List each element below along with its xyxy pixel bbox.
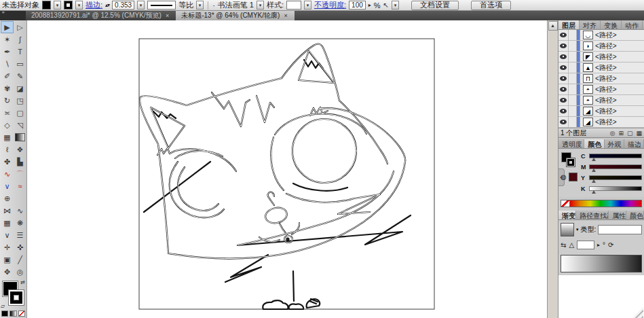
slider-bar[interactable] [589,154,642,158]
panel-tab-0[interactable]: 渐变 [558,211,576,219]
layer-label[interactable]: <路径> [595,118,617,127]
plugin-wave-tool[interactable]: ≈ [14,180,26,192]
none-color-swatch[interactable] [561,200,570,207]
scroll-up-icon[interactable]: ▲ [548,21,558,31]
lock-toggle[interactable] [569,95,577,105]
gradient-ramp-bar[interactable] [561,255,642,272]
panel-tab-2[interactable]: 变换 [601,20,622,29]
style-dropdown-icon[interactable]: ▾ [304,1,311,10]
blob-brush-tool[interactable]: ✾ [1,82,14,94]
document-setup-button[interactable]: 文档设置 [411,1,459,10]
gradient-aspect-icon[interactable]: ⟳ [608,241,613,249]
warp-tool[interactable]: ⋈ [1,205,14,217]
rows-columns-tool[interactable]: ☰ [14,229,26,241]
line-tool[interactable]: ∖ [1,58,14,70]
lock-toggle[interactable] [569,117,577,127]
stroke-stepper-icon[interactable]: ▴▾ [105,2,109,8]
selection-tool[interactable]: ▶ [1,21,14,33]
panel-tab-1[interactable]: 对齐 [580,20,601,29]
lock-toggle[interactable] [569,63,577,73]
slider-marker[interactable] [592,177,596,183]
layer-label[interactable]: <路径> [595,31,617,40]
color-mode-button[interactable] [1,311,8,317]
gradient-tool[interactable] [15,133,25,141]
current-color-swatch[interactable] [569,173,577,181]
opacity-field[interactable]: 100 [349,1,366,10]
blend-tool[interactable]: ❖ [14,143,26,156]
zoom-tool[interactable]: ◎ [14,266,26,278]
visibility-toggle[interactable] [558,30,569,40]
panel-tab-2[interactable]: 外观 [605,139,624,148]
spectrum-ramp[interactable] [570,200,641,207]
opacity-spinner-icon[interactable]: ▸ [368,2,371,8]
type-tool[interactable]: T [14,46,26,58]
clipping-mask-icon[interactable]: ◎ [610,130,615,137]
panel-tab-0[interactable]: 透明度 [558,139,584,148]
magic-wand-tool[interactable]: ✶ [1,33,14,46]
cmyk-slider-y[interactable]: Y [581,173,642,182]
panel-tab-1[interactable]: 颜色 [584,139,604,148]
cmyk-slider-c[interactable]: C [581,152,642,160]
pointer-icon[interactable]: ↖ [383,1,389,9]
reverse-gradient-icon[interactable]: ⇆ [561,241,566,249]
slider-bar[interactable] [589,175,642,180]
stroke-weight-field[interactable]: 0.353 [112,1,134,10]
layer-label[interactable]: <路径> [595,74,617,84]
layer-label[interactable]: <路径> [595,63,617,73]
eraser-tool[interactable]: ◪ [14,82,26,94]
resize-grip-icon[interactable] [623,307,643,318]
measure-tool[interactable]: ✛ [1,241,14,253]
layer-row[interactable]: ◡<路径> [558,30,644,41]
slider-marker[interactable] [592,156,596,161]
default-fill-stroke-icon[interactable]: ▱ [1,303,5,309]
twirl-tool[interactable]: ❋ [14,217,26,229]
lock-toggle[interactable] [569,84,577,94]
layer-label[interactable]: <路径> [595,107,617,116]
canvas-vertical-scrollbar[interactable]: ▲ [547,20,558,318]
cmyk-slider-m[interactable]: M [581,162,642,171]
perspective-grid-tool[interactable]: ◹ [14,119,26,131]
pointer-dropdown-icon[interactable]: ▾ [392,1,399,10]
new-layer-icon[interactable]: ▢ [627,130,633,137]
visibility-toggle[interactable] [558,84,569,94]
visibility-toggle[interactable] [558,95,569,105]
lock-toggle[interactable] [569,41,577,51]
variable-width-preview[interactable] [147,1,176,10]
out-of-gamut-icon[interactable]: ◍ [561,173,567,181]
layer-label[interactable]: <路径> [595,85,617,94]
fill-dropdown-icon[interactable]: ▾ [54,1,61,10]
document-tab[interactable]: 未标题-13* @ 64% (CMYK/轮廓)× [176,11,294,20]
fill-color-swatch[interactable] [42,1,51,10]
layer-label[interactable]: <路径> [595,52,617,62]
stroke-dropdown-icon[interactable]: ▾ [75,1,83,10]
opacity-link[interactable]: 不透明度: [314,0,346,10]
cmyk-slider-k[interactable]: K [581,184,642,193]
layer-row[interactable]: ◢<路径> [558,106,644,117]
panel-tab-3[interactable]: 颜色 [626,211,644,219]
panel-tab-0[interactable]: 图层 [558,20,580,29]
lock-toggle[interactable] [569,52,577,62]
gradient-thumbnail[interactable] [561,223,574,236]
shape-builder-tool[interactable]: ◇ [1,119,14,131]
slider-marker[interactable] [592,166,596,172]
preferences-button[interactable]: 首选项 [471,1,511,10]
panel-tab-3[interactable]: 动作 [622,20,643,29]
stroke-swatch-large[interactable] [8,289,24,306]
free-transform-tool[interactable]: ▢ [14,107,26,119]
fill-stroke-indicator[interactable]: ⇄ ▱ [0,279,26,309]
tools-dock-grip[interactable]: " [0,11,26,20]
eyedropper-tool[interactable]: ℓ [1,143,14,156]
symbol-sprayer-tool[interactable]: ✤ [1,156,14,168]
layer-label[interactable]: <路径> [595,96,617,105]
column-graph-tool[interactable]: ▙ [14,156,26,168]
stroke-weight-dropdown-icon[interactable]: ▾ [137,1,145,10]
none-mode-button[interactable] [18,311,25,317]
slider-marker[interactable] [592,188,596,194]
mini-stroke-swatch[interactable] [566,158,575,167]
document-tab[interactable]: 2008813920791.ai* @ 12.5% (CMYK/预览)× [26,11,176,20]
plugin-arc-tool[interactable]: ⌒ [14,168,26,180]
new-sublayer-icon[interactable]: ⊞ [618,130,624,137]
lattice-tool[interactable]: ▦ [1,217,14,229]
layer-row[interactable]: ◢<路径> [558,117,644,128]
paintbrush-tool[interactable]: ✐ [1,70,14,82]
